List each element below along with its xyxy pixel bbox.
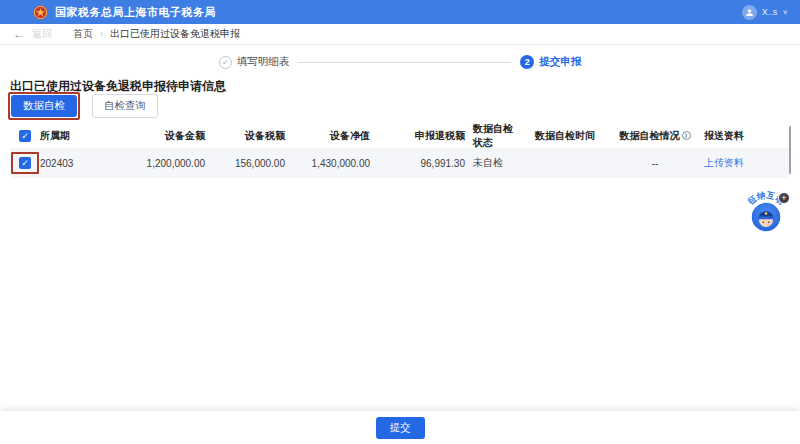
submit-button[interactable]: 提交 — [376, 417, 425, 439]
header-self-check-situation: 数据自检情况i — [610, 129, 700, 143]
annotation-box-row-checkbox: ✓ — [11, 152, 39, 174]
header-submitted-material: 报送资料 — [700, 129, 780, 143]
row-checkbox[interactable]: ✓ — [19, 157, 31, 169]
header-self-check-status: 数据自检状态 — [465, 122, 520, 150]
cell-equipment-amount: 1,200,000.00 — [95, 158, 205, 169]
header-self-check-situation-label: 数据自检情况 — [620, 130, 680, 141]
step-1-label: 填写明细表 — [237, 55, 290, 69]
back-arrow-icon[interactable]: ← — [13, 28, 25, 40]
cell-self-check-status: 未自检 — [465, 156, 520, 170]
upload-material-link[interactable]: 上传资料 — [704, 157, 744, 168]
table-header-row: ✓ 所属期 设备金额 设备税额 设备净值 申报退税额 数据自检状态 数据自检时间… — [10, 124, 790, 148]
mascot-eye-right — [768, 222, 770, 224]
breadcrumb-current-page: 出口已使用过设备免退税申报 — [110, 27, 240, 41]
header-declared-refund: 申报退税额 — [370, 129, 465, 143]
user-menu[interactable]: X..s ∨ — [742, 5, 788, 20]
step-2-submit-declaration: 2 提交申报 — [520, 55, 581, 69]
cell-equipment-tax: 156,000.00 — [205, 158, 285, 169]
mascot-eye-left — [763, 222, 765, 224]
app-header: 国家税务总局上海市电子税务局 X..s ∨ — [0, 0, 800, 24]
annotation-box-self-check: 数据自检 — [8, 92, 80, 120]
step-2-label: 提交申报 — [539, 55, 581, 69]
table-row: ✓ 202403 1,200,000.00 156,000.00 1,430,0… — [10, 148, 790, 178]
app-brand: 国家税务总局上海市电子税务局 — [33, 5, 216, 20]
mascot-hat-badge — [765, 212, 768, 215]
tax-emblem-logo — [33, 5, 48, 20]
pending-application-table: ✓ 所属期 设备金额 设备税额 设备净值 申报退税额 数据自检状态 数据自检时间… — [10, 124, 790, 178]
cell-period: 202403 — [40, 158, 95, 169]
step-2-number-badge: 2 — [520, 55, 534, 69]
cell-self-check-situation: -- — [610, 158, 700, 169]
user-avatar-icon — [742, 5, 757, 20]
back-button-label[interactable]: 返回 — [32, 27, 52, 41]
breadcrumb: ← 返回 首页 › 出口已使用过设备免退税申报 — [0, 24, 800, 45]
header-self-check-time: 数据自检时间 — [520, 129, 610, 143]
select-all-checkbox[interactable]: ✓ — [19, 130, 31, 142]
wizard-stepper: ✓ 填写明细表 2 提交申报 — [0, 54, 800, 70]
header-equipment-amount: 设备金额 — [95, 129, 205, 143]
self-check-query-button[interactable]: 自检查询 — [92, 94, 158, 118]
chevron-down-icon: ∨ — [782, 8, 788, 15]
app-title: 国家税务总局上海市电子税务局 — [55, 5, 216, 20]
info-icon[interactable]: i — [682, 131, 691, 140]
breadcrumb-home[interactable]: 首页 — [73, 27, 93, 41]
data-self-check-button[interactable]: 数据自检 — [11, 95, 77, 117]
header-equipment-net-value: 设备净值 — [285, 129, 370, 143]
user-name: X..s — [762, 7, 778, 17]
mascot-hat-brim — [758, 217, 775, 220]
interaction-mascot[interactable]: 征纳互动 + — [738, 186, 794, 242]
step-done-check-icon: ✓ — [219, 56, 232, 69]
step-connector-line — [298, 62, 511, 63]
breadcrumb-separator-icon: › — [100, 29, 103, 39]
mascot-badge-icon[interactable]: + — [779, 193, 790, 204]
cell-declared-refund: 96,991.30 — [370, 158, 465, 169]
header-period: 所属期 — [40, 129, 95, 143]
action-button-row: 数据自检 自检查询 — [8, 92, 158, 120]
svg-text:+: + — [781, 193, 786, 203]
cell-equipment-net-value: 1,430,000.00 — [285, 158, 370, 169]
step-1-fill-detail-form: ✓ 填写明细表 — [219, 55, 290, 69]
header-equipment-tax: 设备税额 — [205, 129, 285, 143]
footer-bar: 提交 — [0, 411, 800, 444]
table-scrollbar[interactable] — [789, 126, 791, 174]
